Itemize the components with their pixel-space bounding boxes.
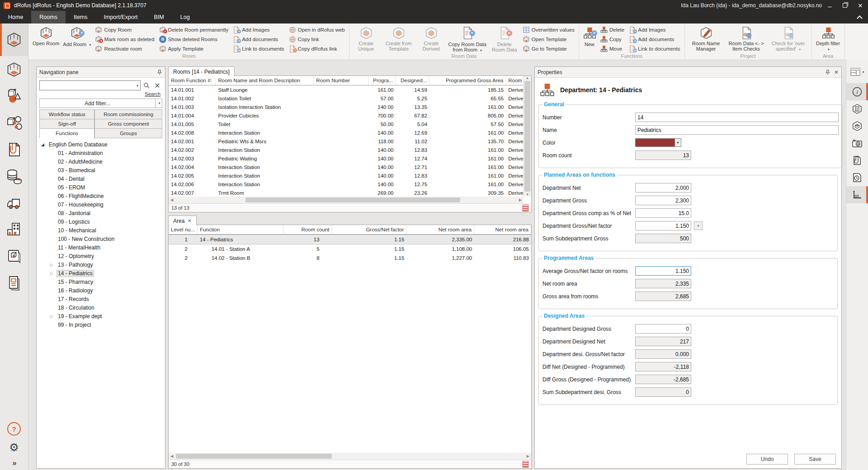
- sidebar-items-button[interactable]: [0, 83, 28, 109]
- room-row[interactable]: 14.01.005 Toilet 50.00 5.04 57.50 Derive…: [169, 120, 531, 128]
- tree-expander-icon[interactable]: ◢: [41, 142, 47, 147]
- room-data-sheet-button[interactable]: [846, 100, 868, 118]
- column-header[interactable]: Programmed Gross Area: [429, 76, 506, 85]
- scroll-up-icon[interactable]: ▲: [526, 76, 529, 80]
- new-function-button[interactable]: + New: [581, 25, 598, 48]
- nav-filter-tab[interactable]: Room commissioning: [94, 109, 162, 119]
- department-net-field[interactable]: 2,000: [635, 183, 691, 193]
- add-images-button[interactable]: +Add Images: [233, 26, 284, 34]
- sidebar-products-button[interactable]: [0, 243, 28, 269]
- copy-room-data-button[interactable]: = Copy Room Data from Room ▾: [447, 25, 488, 55]
- search-input[interactable]: ▾: [39, 80, 141, 90]
- add-factor-button[interactable]: +: [694, 221, 703, 230]
- room-row[interactable]: 14.02.003 Pediatric Waiting 140.00 12.74…: [169, 154, 531, 163]
- sidebar-rooms-button[interactable]: [0, 24, 28, 56]
- room-row[interactable]: 14.01.004 Provider Cubicles 700.00 67.82…: [169, 111, 531, 120]
- column-header[interactable]: Net room area: [474, 225, 531, 234]
- room-row[interactable]: 14.02.007 Trmt Room 269.00 23.26 309.35 …: [169, 188, 531, 197]
- number-field[interactable]: 14: [635, 113, 839, 122]
- add-room-button[interactable]: + Add Room ▾: [61, 25, 92, 49]
- link-documents-button[interactable]: ∞Link to documents: [233, 45, 284, 53]
- go-to-template-button[interactable]: Go to Template: [523, 45, 575, 53]
- save-button[interactable]: Save: [794, 454, 836, 465]
- area-row[interactable]: 2 14.01 - Station A 5 1.15 1,108.00 106.…: [169, 244, 531, 254]
- area-row[interactable]: 2 14.02 - Station B 8 1.15 1,227.00 110.…: [169, 254, 531, 263]
- gross-net-factor-field[interactable]: 1.150: [635, 221, 691, 230]
- documents-tab-button[interactable]: [846, 152, 868, 169]
- tree-item[interactable]: 100 - New Construction: [37, 235, 165, 243]
- column-header[interactable]: Room count: [283, 225, 332, 234]
- layout-select-button[interactable]: ▾: [846, 63, 868, 80]
- reactivate-room-button[interactable]: Reactivate room: [95, 45, 154, 53]
- department-designed-gross-field[interactable]: 0: [635, 324, 691, 334]
- overwritten-values-button[interactable]: Overwritten values: [523, 26, 575, 34]
- room-row[interactable]: 14.02.001 Pediatric Wts & Msrs 118.00 11…: [169, 137, 531, 146]
- sidebar-room-function-button[interactable]: [0, 56, 28, 83]
- restore-button[interactable]: [837, 0, 853, 11]
- minimize-button[interactable]: [822, 0, 837, 11]
- nav-filter-tab[interactable]: Functions: [39, 128, 94, 138]
- tree-item[interactable]: 06 - FlightMedicine: [37, 192, 165, 200]
- items-in-room-button[interactable]: [846, 118, 868, 135]
- tree-item[interactable]: 08 - Janitorial: [37, 209, 165, 217]
- copy-link-button[interactable]: Copy link: [289, 35, 345, 43]
- tree-item[interactable]: 10 - Mechanical: [37, 226, 165, 235]
- average-gross-net-factor-field[interactable]: 1.150: [635, 266, 691, 276]
- check-over-specified-button[interactable]: Check for 'over specified' ▾: [768, 25, 809, 54]
- tree-expander-icon[interactable]: ▷: [50, 263, 57, 267]
- room-row[interactable]: 14.02.005 Interaction Station 140.00 12.…: [169, 171, 531, 180]
- pin-icon[interactable]: [825, 70, 830, 75]
- room-row[interactable]: 14.01.002 Isolation Toilet 57.00 5.25 65…: [169, 94, 531, 103]
- menu-tab[interactable]: Home: [0, 11, 31, 24]
- settings-gear-button[interactable]: ⚙: [9, 442, 19, 453]
- images-tab-button[interactable]: [846, 135, 868, 152]
- tree-item[interactable]: 05 - EROM: [37, 183, 165, 192]
- open-drofus-web-button[interactable]: Open in dRofus web: [289, 26, 345, 34]
- nav-filter-tab[interactable]: Gross component: [94, 119, 162, 129]
- gross-comp-percent-field[interactable]: 15.0: [635, 208, 691, 218]
- tree-item[interactable]: ▷ 14 - Pediatrics: [37, 269, 165, 277]
- scroll-left-icon[interactable]: ◀: [170, 198, 173, 202]
- room-row[interactable]: 14.02.004 Interaction Station 140.00 12.…: [169, 163, 531, 171]
- tree-item[interactable]: 15 - Pharmacy: [37, 277, 165, 286]
- room-row[interactable]: 14.02.006 Interaction Station 140.00 12.…: [169, 180, 531, 188]
- chevron-down-icon[interactable]: ▼: [675, 139, 681, 146]
- delete-function-button[interactable]: Delete: [600, 26, 624, 34]
- close-button[interactable]: ✕: [853, 0, 868, 11]
- close-tab-icon[interactable]: ✕: [188, 218, 191, 223]
- tree-item[interactable]: 01 - Administration: [37, 149, 165, 157]
- color-picker[interactable]: ▼: [635, 138, 681, 147]
- tree-item[interactable]: 11 - MentalHealth: [37, 243, 165, 252]
- sidebar-buildings-button[interactable]: [0, 216, 28, 243]
- nav-filter-tab[interactable]: Groups: [94, 128, 162, 138]
- copy-drofus-link-button[interactable]: ◳Copy dRofus link: [289, 45, 345, 53]
- depth-filter-button[interactable]: Depth filter ▾: [814, 25, 842, 54]
- create-from-template-button[interactable]: Create from Template: [382, 25, 416, 53]
- tree-item[interactable]: ▷ 19 - Example dept: [37, 312, 165, 320]
- sidebar-documents-button[interactable]: [0, 136, 28, 163]
- export-icon[interactable]: [523, 205, 528, 212]
- tree-item[interactable]: 18 - Circulation: [37, 303, 165, 312]
- column-header[interactable]: Level nu...: [169, 225, 198, 234]
- tree-item[interactable]: 16 - Radiology: [37, 286, 165, 295]
- menu-tab[interactable]: Log: [172, 11, 198, 24]
- tree-item[interactable]: 07 - Housekeeping: [37, 200, 165, 209]
- room-row[interactable]: 14.01.003 Isolation Interaction Station …: [169, 103, 531, 111]
- nav-filter-tab[interactable]: Workflow status: [39, 109, 94, 119]
- column-header[interactable]: Room Name and Room Description: [216, 76, 314, 85]
- scroll-right-icon[interactable]: ▶: [519, 198, 522, 202]
- tree-item[interactable]: 12 - Optometry: [37, 252, 165, 260]
- column-header[interactable]: Function: [198, 225, 283, 234]
- room-row[interactable]: 14.02.002 Interaction Station 140.00 12.…: [169, 146, 531, 154]
- room-row[interactable]: 14.01.001 Staff Lounge 161.00 14.59 185.…: [169, 85, 531, 94]
- sidebar-finance-button[interactable]: [0, 163, 28, 189]
- expand-sidebar-button[interactable]: »: [13, 459, 16, 467]
- function-link-documents-button[interactable]: ∞Link to documents: [629, 45, 680, 53]
- open-template-button[interactable]: Open Template: [523, 35, 575, 43]
- rooms-horizontal-scrollbar[interactable]: ◀ ▶: [169, 197, 524, 203]
- tree-item[interactable]: 04 - Dental: [37, 174, 165, 183]
- tree-item[interactable]: 02 - AdultMedicine: [37, 157, 165, 166]
- collapse-ribbon-icon[interactable]: [856, 14, 863, 21]
- column-header[interactable]: Room Number: [314, 76, 368, 85]
- clear-search-button[interactable]: ✕: [152, 81, 162, 90]
